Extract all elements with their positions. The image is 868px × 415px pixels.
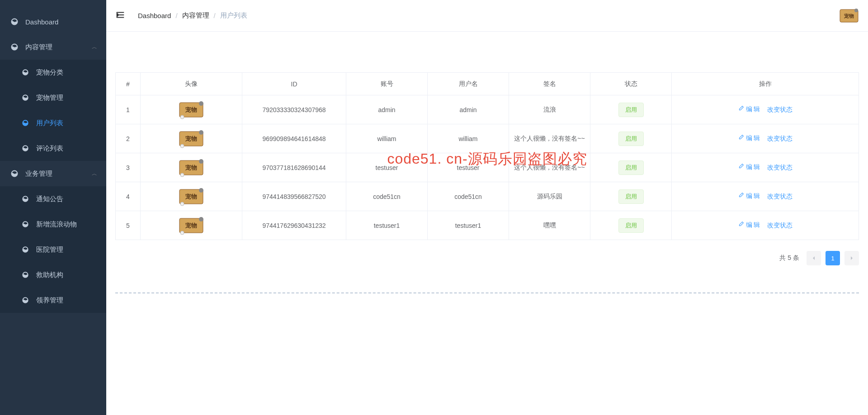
svg-text:宠物: 宠物 <box>185 222 197 229</box>
nav-dashboard[interactable]: Dashboard <box>0 9 106 34</box>
nav-pet-mgmt[interactable]: 宠物管理 <box>0 85 106 110</box>
chevron-down-icon: ︿ <box>92 170 97 178</box>
change-status-button[interactable]: 改变状态 <box>767 135 793 143</box>
nav-user-list[interactable]: 用户列表 <box>0 110 106 136</box>
change-status-button[interactable]: 改变状态 <box>767 222 793 230</box>
edit-button[interactable]: 编 辑 <box>738 134 760 142</box>
dashboard-icon <box>20 221 31 228</box>
nav-comment-list[interactable]: 评论列表 <box>0 136 106 161</box>
cell-sign: 嘿嘿 <box>509 211 590 240</box>
topbar: Dashboard / 内容管理 / 用户列表 宠物 <box>106 0 868 32</box>
nav-content-sub: 宠物分类 宠物管理 用户列表 评论列表 <box>0 60 106 161</box>
change-status-button[interactable]: 改变状态 <box>767 164 793 172</box>
nav-label: Dashboard <box>25 18 58 26</box>
nav-label: 领养管理 <box>36 296 63 305</box>
svg-point-14 <box>180 173 184 177</box>
edit-button[interactable]: 编 辑 <box>738 105 760 113</box>
svg-point-22 <box>180 231 184 235</box>
table-row: 5宠物974417629630431232testuser1testuser1嘿… <box>116 211 859 240</box>
pagination-next[interactable] <box>844 251 859 265</box>
dashboard-icon <box>9 170 20 178</box>
cell-sign: 源码乐园 <box>509 182 590 211</box>
edit-icon <box>738 192 744 200</box>
svg-point-5 <box>199 101 203 106</box>
dashboard-icon <box>20 69 31 76</box>
dashboard-icon <box>20 195 31 203</box>
status-badge: 启用 <box>618 132 644 146</box>
nav-business-mgmt[interactable]: 业务管理 ︿ <box>0 161 106 186</box>
menu-toggle-icon[interactable] <box>115 10 127 22</box>
nav-label: 评论列表 <box>36 144 63 153</box>
cell-id: 974414839566827520 <box>242 182 346 211</box>
dashboard-icon <box>20 119 31 127</box>
cell-op: 编 辑改变状态 <box>672 153 859 182</box>
nav-label: 新增流浪动物 <box>36 220 77 229</box>
nav-label: 医院管理 <box>36 245 63 254</box>
cell-op: 编 辑改变状态 <box>672 211 859 240</box>
nav-label: 内容管理 <box>25 43 52 52</box>
svg-point-18 <box>180 202 184 206</box>
table-row: 2宠物969909894641614848williamwilliam这个人很懒… <box>116 124 859 153</box>
svg-point-10 <box>180 144 184 148</box>
th-status: 状态 <box>590 73 672 95</box>
dashboard-icon <box>9 18 20 26</box>
cell-sign: 这个人很懒，没有签名~~ <box>509 124 590 153</box>
nav-notice[interactable]: 通知公告 <box>0 186 106 212</box>
cell-avatar: 宠物 <box>141 124 242 153</box>
edit-icon <box>738 105 744 113</box>
pagination-total: 共 5 条 <box>779 254 799 262</box>
nav-add-stray[interactable]: 新增流浪动物 <box>0 212 106 237</box>
dashboard-icon <box>9 43 20 51</box>
status-badge: 启用 <box>618 103 644 117</box>
pagination-prev[interactable] <box>807 251 821 265</box>
chevron-down-icon: ︿ <box>92 43 97 51</box>
change-status-button[interactable]: 改变状态 <box>767 193 793 201</box>
cell-id: 792033330324307968 <box>242 95 346 124</box>
cell-sign: 这个人很懒，没有签名~~ <box>509 153 590 182</box>
dashboard-icon <box>20 94 31 101</box>
pagination-page-1[interactable]: 1 <box>826 251 840 265</box>
dashboard-icon <box>20 271 31 278</box>
svg-point-13 <box>199 159 203 164</box>
svg-text:宠物: 宠物 <box>185 106 197 113</box>
svg-text:宠物: 宠物 <box>844 13 854 19</box>
table-row: 1宠物792033330324307968adminadmin流浪启用编 辑改变… <box>116 95 859 124</box>
status-badge: 启用 <box>618 218 644 233</box>
cell-account: admin <box>346 95 428 124</box>
cell-status: 启用 <box>590 95 672 124</box>
edit-button[interactable]: 编 辑 <box>738 192 760 200</box>
breadcrumb-separator: / <box>214 12 216 19</box>
th-username: 用户名 <box>428 73 509 95</box>
cell-index: 2 <box>116 124 141 153</box>
th-avatar: 头像 <box>141 73 242 95</box>
cell-index: 4 <box>116 182 141 211</box>
svg-text:宠物: 宠物 <box>185 135 197 142</box>
nav-rescue-org[interactable]: 救助机构 <box>0 262 106 288</box>
edit-button[interactable]: 编 辑 <box>738 221 760 229</box>
svg-text:宠物: 宠物 <box>185 164 197 171</box>
cell-status: 启用 <box>590 153 672 182</box>
dashed-divider <box>115 292 859 293</box>
cell-avatar: 宠物 <box>141 95 242 124</box>
cell-id: 969909894641614848 <box>242 124 346 153</box>
breadcrumb-content[interactable]: 内容管理 <box>182 11 209 20</box>
app-logo[interactable]: 宠物 <box>839 7 859 25</box>
breadcrumb-dashboard[interactable]: Dashboard <box>138 12 171 19</box>
nav-adoption[interactable]: 领养管理 <box>0 288 106 313</box>
cell-status: 启用 <box>590 182 672 211</box>
change-status-button[interactable]: 改变状态 <box>767 106 793 114</box>
edit-icon <box>738 134 744 142</box>
nav-pet-category[interactable]: 宠物分类 <box>0 60 106 85</box>
th-op: 操作 <box>672 73 859 95</box>
dashboard-icon <box>20 297 31 304</box>
nav-hospital[interactable]: 医院管理 <box>0 237 106 262</box>
table-row: 4宠物974414839566827520code51cncode51cn源码乐… <box>116 182 859 211</box>
edit-icon <box>738 221 744 229</box>
nav-label: 用户列表 <box>36 119 63 127</box>
breadcrumb: Dashboard / 内容管理 / 用户列表 <box>138 11 839 20</box>
dashboard-icon <box>20 145 31 152</box>
th-account: 账号 <box>346 73 428 95</box>
nav-content-mgmt[interactable]: 内容管理 ︿ <box>0 34 106 60</box>
edit-button[interactable]: 编 辑 <box>738 163 760 171</box>
cell-username: testuser1 <box>428 211 509 240</box>
